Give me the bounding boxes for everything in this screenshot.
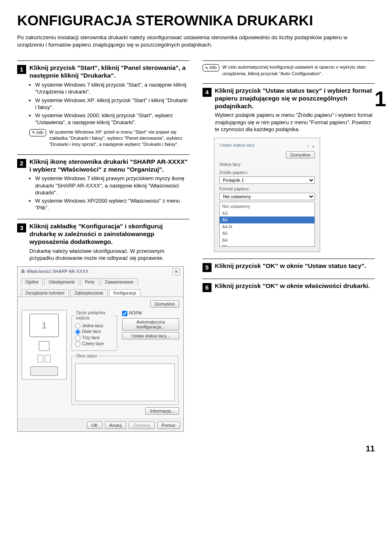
intro-paragraph: Po zakończeniu instalacji sterownika dru… bbox=[17, 34, 375, 49]
preview-pane: 1 bbox=[22, 310, 67, 379]
dialog-title: Ustaw status tacy bbox=[219, 142, 254, 148]
step-number: 3 bbox=[17, 223, 26, 232]
ok-button[interactable]: OK bbox=[87, 422, 102, 429]
radio-four-tray[interactable]: Cztery tace bbox=[75, 341, 114, 347]
step-number: 6 bbox=[203, 283, 212, 292]
check-ropm[interactable]: ROPM bbox=[122, 310, 179, 316]
step-4: 4 Kliknij przycisk "Ustaw status tacy" i… bbox=[203, 83, 375, 133]
step-2: 2 Kliknij ikonę sterownika drukarki "SHA… bbox=[17, 154, 189, 213]
info-badge: Info bbox=[203, 64, 219, 71]
info-button[interactable]: Informacje... bbox=[145, 407, 179, 415]
sheet-icon: 1 bbox=[29, 314, 59, 337]
defaults-button[interactable]: Domyślne bbox=[150, 300, 179, 308]
info-text: W systemie Windows XP: jeżeli w menu "St… bbox=[49, 129, 189, 148]
step-title: Kliknij przycisk "Ustaw status tacy" i w… bbox=[215, 87, 375, 110]
list-item[interactable]: A5 bbox=[220, 230, 314, 237]
tab-config[interactable]: Konfiguracja bbox=[109, 289, 141, 297]
info-badge: Info bbox=[29, 129, 46, 136]
tab-security[interactable]: Zabezpieczenia bbox=[70, 289, 108, 297]
step-1: 1 Kliknij przycisk "Start", kliknij "Pan… bbox=[17, 60, 189, 147]
source-label: Źródło papieru: bbox=[219, 170, 315, 176]
page-title: KONFIGURACJA STEROWNIKA DRUKARKI bbox=[17, 13, 375, 28]
step-desc: Wybierz podajnik papieru w menu "Źródło … bbox=[215, 112, 375, 132]
tab-ports[interactable]: Porty bbox=[80, 278, 99, 286]
tray-options-group: Opcje podajnika wejścia Jedna taca Dwie … bbox=[71, 310, 117, 351]
bullet: W systemie Windows 2000: kliknij przycis… bbox=[35, 112, 189, 126]
step-title: Kliknij ikonę sterownika drukarki "SHARP… bbox=[29, 158, 189, 174]
set-tray-status-button[interactable]: Ustaw status tacy... bbox=[122, 332, 179, 339]
bullet: W systemie Windows 7 kliknij prawym przy… bbox=[35, 175, 189, 196]
help-button[interactable]: Pomoc bbox=[157, 422, 180, 429]
copier-icon bbox=[30, 366, 58, 376]
defaults-button[interactable]: Domyślne bbox=[286, 151, 315, 158]
tab-bar: Ogólne Udostępnianie Porty Zaawansowane … bbox=[18, 277, 183, 297]
bullet: W systemie Windows XP/2000 wybierz "Właś… bbox=[35, 197, 189, 211]
step-desc: Drukarkę należy właściwie skonfigurować.… bbox=[29, 248, 189, 261]
auto-config-button[interactable]: Automatyczna konfiguracja... bbox=[122, 318, 179, 330]
info-box: Info W systemie Windows XP: jeżeli w men… bbox=[29, 129, 189, 148]
list-item[interactable]: A3 bbox=[220, 210, 314, 217]
dialog-buttons: OK Anuluj Zastosuj Pomoc bbox=[18, 419, 183, 431]
tab-sharing[interactable]: Udostępnianie bbox=[44, 278, 79, 286]
step-number: 1 bbox=[17, 65, 26, 74]
tab-general[interactable]: Ogólne bbox=[21, 278, 43, 286]
format-select[interactable]: Nie ustawiony bbox=[219, 193, 315, 200]
info-text: W celu automatycznej konfiguracji ustawi… bbox=[223, 64, 375, 76]
close-icon[interactable]: ✕ bbox=[172, 268, 180, 275]
bullet: W systemie Windows XP: kliknij przycisk … bbox=[35, 97, 189, 111]
bullet: W systemie Windows 7 kliknij przycisk "S… bbox=[35, 81, 189, 95]
format-label: Format papieru: bbox=[219, 186, 315, 192]
source-select[interactable]: Podajnik 1 bbox=[219, 176, 315, 184]
step-title: Kliknij zakładkę "Konfiguracja" i skonfi… bbox=[29, 223, 189, 246]
step-3: 3 Kliknij zakładkę "Konfiguracja" i skon… bbox=[17, 219, 189, 261]
step-number: 4 bbox=[203, 88, 212, 97]
cancel-button[interactable]: Anuluj bbox=[105, 422, 127, 429]
page-number: 11 bbox=[17, 443, 375, 454]
status-window-group: Okno stanu bbox=[71, 353, 178, 405]
list-item[interactable]: B5 bbox=[220, 243, 314, 247]
step-title: Kliknij przycisk "Start", kliknij "Panel… bbox=[29, 64, 189, 80]
apply-button[interactable]: Zastosuj bbox=[129, 422, 155, 429]
chapter-marker: 1 bbox=[374, 88, 386, 109]
right-column: 1 Info W celu automatycznej konfiguracji… bbox=[203, 54, 375, 432]
status-window bbox=[75, 364, 175, 401]
dialog-title: 🖶 Właściwości SHARP AR-XXXX bbox=[21, 268, 88, 275]
group-label: Status tacy bbox=[219, 162, 315, 167]
tray-status-dialog: Ustaw status tacy ? ✕ Domyślne Status ta… bbox=[214, 138, 320, 252]
list-item[interactable]: A4 bbox=[220, 217, 314, 223]
radio-one-tray[interactable]: Jedna taca bbox=[75, 323, 114, 329]
step-title: Kliknij przycisk "OK" w oknie właściwośc… bbox=[215, 282, 375, 290]
radio-three-tray[interactable]: Trzy tace bbox=[75, 335, 114, 341]
step-5: 5 Kliknij przycisk "OK" w oknie "Ustaw s… bbox=[203, 259, 375, 272]
tab-color[interactable]: Zarządzanie kolorami bbox=[21, 289, 69, 297]
properties-dialog: 🖶 Właściwości SHARP AR-XXXX ✕ Ogólne Udo… bbox=[17, 266, 184, 432]
tab-advanced[interactable]: Zaawansowane bbox=[100, 278, 138, 286]
info-box: Info W celu automatycznej konfiguracji u… bbox=[203, 60, 375, 76]
status-legend: Okno stanu bbox=[75, 353, 98, 359]
list-item[interactable]: A4-R bbox=[220, 223, 314, 230]
radio-two-tray[interactable]: Dwie tace bbox=[75, 329, 114, 335]
list-item[interactable]: Nie ustawiony bbox=[220, 203, 314, 210]
step-6: 6 Kliknij przycisk "OK" w oknie właściwo… bbox=[203, 279, 375, 292]
step-title: Kliknij przycisk "OK" w oknie "Ustaw sta… bbox=[215, 262, 375, 270]
step-number: 5 bbox=[203, 263, 212, 272]
tray-icon bbox=[39, 341, 49, 350]
step-number: 2 bbox=[17, 159, 26, 168]
format-list[interactable]: Nie ustawionyA3A4A4-RA5B4B5B5-R bbox=[219, 202, 315, 247]
fieldset-legend: Opcje podajnika wejścia bbox=[75, 310, 114, 321]
left-column: 1 Kliknij przycisk "Start", kliknij "Pan… bbox=[17, 54, 189, 432]
list-item[interactable]: B4 bbox=[220, 237, 314, 244]
